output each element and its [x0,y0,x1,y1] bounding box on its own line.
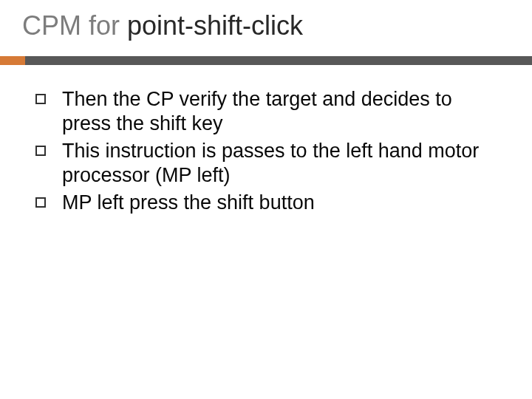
slide: CPM for point-shift-click Then the CP ve… [0,0,532,399]
bullet-list: Then the CP verify the target and decide… [35,87,497,215]
title-prefix: CPM for [22,10,127,41]
bullet-icon [35,197,46,208]
divider [0,56,532,65]
bullet-text: This instruction is passes to the left h… [62,139,497,188]
title-emphasis: point-shift-click [127,10,303,41]
bullet-text: Then the CP verify the target and decide… [62,87,497,136]
body: Then the CP verify the target and decide… [0,65,532,215]
list-item: MP left press the shift button [35,191,497,215]
divider-accent [0,56,25,65]
bullet-icon [35,146,46,156]
list-item: Then the CP verify the target and decide… [35,87,497,136]
title-area: CPM for point-shift-click [0,0,532,41]
list-item: This instruction is passes to the left h… [35,139,497,188]
bullet-icon [35,94,46,104]
divider-main [25,56,532,65]
slide-title: CPM for point-shift-click [22,10,532,41]
bullet-text: MP left press the shift button [62,191,315,215]
